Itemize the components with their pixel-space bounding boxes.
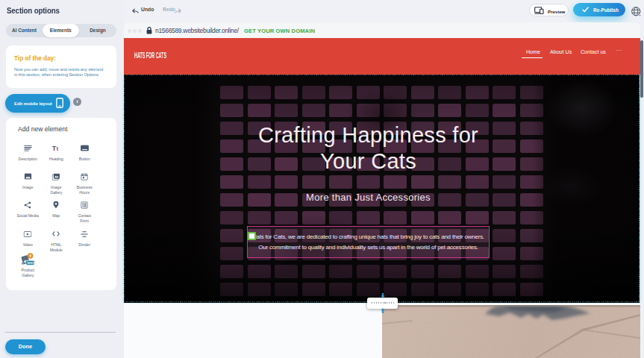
- svg-text:t: t: [57, 146, 59, 151]
- svg-text:T: T: [51, 145, 56, 151]
- svg-text:SHOP: SHOP: [27, 260, 35, 264]
